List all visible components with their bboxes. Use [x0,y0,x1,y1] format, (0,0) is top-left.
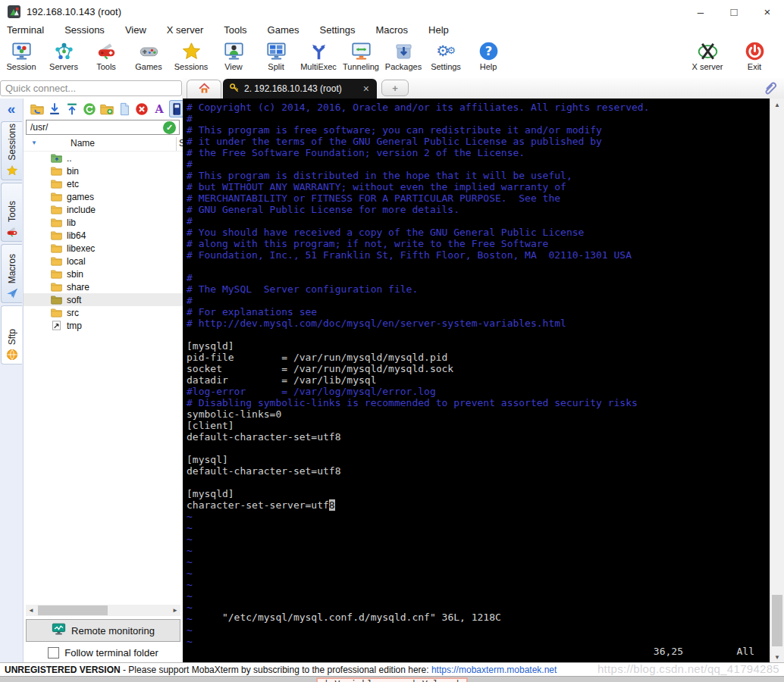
path-ok-icon[interactable]: ✓ [163,121,176,134]
close-button[interactable]: × [751,0,784,23]
new-tab-button[interactable]: + [381,80,409,96]
session-button[interactable]: Session [0,37,42,78]
multiexec-icon [309,40,329,61]
scroll-right-icon[interactable]: ► [170,607,180,614]
terminal-line [187,443,770,454]
terminal-line [187,477,770,488]
file-row[interactable]: games [24,190,183,203]
terminal-line: character-set-server=utf8 [187,499,770,511]
file-row[interactable]: bin [24,164,183,177]
settings-button[interactable]: ⚙⚙Settings [425,37,467,78]
download-icon[interactable] [48,101,61,117]
scroll-left-icon[interactable]: ◄ [26,607,36,614]
file-row[interactable]: libexec [24,242,183,255]
side-tab-sftp[interactable]: Sftp [1,305,22,364]
file-row[interactable]: soft [24,293,183,306]
upload-icon[interactable] [65,101,79,117]
new-folder-icon[interactable] [100,101,114,117]
menu-item-x-server[interactable]: X server [167,24,203,36]
file-row[interactable]: etc [24,177,183,190]
svg-text:A: A [154,102,164,115]
scroll-up-icon[interactable]: ▲ [770,99,784,111]
exit-button[interactable]: Exit [731,37,778,78]
menu-item-sessions[interactable]: Sessions [64,24,105,36]
split-label: Split [268,62,284,71]
menu-item-settings[interactable]: Settings [320,24,356,36]
paperclip-icon[interactable] [761,80,778,96]
tunneling-icon [351,40,372,61]
file-row[interactable]: sbin [24,267,183,280]
file-list-empty-space [24,332,183,605]
x-server-label: X server [692,62,723,71]
svg-text:?: ? [485,44,491,58]
refresh-icon[interactable] [83,101,96,117]
horizontal-scrollbar[interactable]: ◄ ► [26,605,180,616]
new-file-icon[interactable] [118,101,131,117]
column-name[interactable]: Name [71,138,95,149]
terminal-line: default-character-set=utf8 [187,431,770,443]
follow-terminal-folder-checkbox[interactable] [48,647,59,659]
scroll-down-icon[interactable]: ▼ [770,651,784,663]
view-button[interactable]: View [212,37,255,78]
terminal-line: # but WITHOUT ANY WARRANTY; without even… [187,181,770,192]
games-button[interactable]: Games [127,37,170,78]
active-session-tab[interactable]: 2. 192.168.10.143 (root) × [223,79,377,99]
sort-desc-icon[interactable]: ▼ [31,139,37,146]
collapse-sidebar-button[interactable]: « [8,99,16,121]
column-divider[interactable] [176,137,177,151]
side-tab-sessions[interactable]: Sessions [1,121,22,180]
help-button[interactable]: ?Help [467,37,510,78]
menu-item-games[interactable]: Games [268,24,299,36]
sessions-button[interactable]: Sessions [170,37,212,78]
file-row[interactable]: .. [24,152,183,164]
terminal-scrollbar[interactable]: ▲ ▼ [770,99,784,663]
main-area: « SessionsToolsMacrosSftp A ✓ ▼ Name S .… [0,99,784,663]
tab-close-icon[interactable]: × [363,84,369,93]
sftp-path-input[interactable] [26,120,180,135]
session-icon [11,40,32,61]
previous-folder-icon[interactable] [30,101,44,117]
terminal-line: [client] [187,420,770,431]
terminal[interactable]: # Copyright (c) 2014, 2016, Oracle and/o… [183,99,770,663]
terminal-scrollbar-thumb[interactable] [772,595,782,646]
tools-button[interactable]: Tools [85,37,127,78]
menu-item-macros[interactable]: Macros [375,24,408,36]
file-row[interactable]: tmp [24,319,183,332]
book-icon[interactable] [170,101,183,117]
servers-button[interactable]: Servers [42,37,85,78]
file-row[interactable]: share [24,280,183,293]
folder-icon [51,243,63,253]
side-tab-tools[interactable]: Tools [1,183,22,242]
file-row[interactable]: local [24,255,183,267]
packages-button[interactable]: Packages [382,37,425,78]
menu-item-terminal[interactable]: Terminal [7,24,44,36]
menu-item-view[interactable]: View [125,24,146,36]
remote-monitoring-button[interactable]: Remote monitoring [26,619,180,642]
multiexec-button[interactable]: MultiExec [297,37,340,78]
quick-connect-input[interactable] [0,80,182,96]
tunneling-button[interactable]: Tunneling [340,37,382,78]
home-tab[interactable] [187,80,221,99]
menu-item-tools[interactable]: Tools [224,24,246,36]
rename-icon[interactable]: A [152,101,166,117]
mobatek-link[interactable]: https://mobaxterm.mobatek.net [431,665,557,675]
side-tab-macros[interactable]: Macros [1,244,22,303]
vim-tilde-line: ~ [187,545,770,556]
scrollbar-thumb[interactable] [38,605,108,615]
split-button[interactable]: Split [255,37,297,78]
background-window-partial-text: | Variable_name | Value | [318,679,467,682]
toolbar-right: X serverExit [684,37,784,78]
file-row[interactable]: src [24,306,183,319]
minimize-button[interactable]: – [684,0,717,23]
x-server-button[interactable]: X server [684,37,731,78]
file-row[interactable]: lib [24,216,183,229]
file-row[interactable]: lib64 [24,229,183,242]
folder-icon [51,256,63,266]
menu-item-help[interactable]: Help [428,24,449,36]
folder-icon [51,230,63,240]
window-title: 192.168.10.143 (root) [27,6,121,17]
maximize-button[interactable]: □ [717,0,751,23]
delete-icon[interactable] [135,101,149,117]
file-row[interactable]: include [24,203,183,216]
file-list-header[interactable]: ▼ Name S [24,137,183,152]
